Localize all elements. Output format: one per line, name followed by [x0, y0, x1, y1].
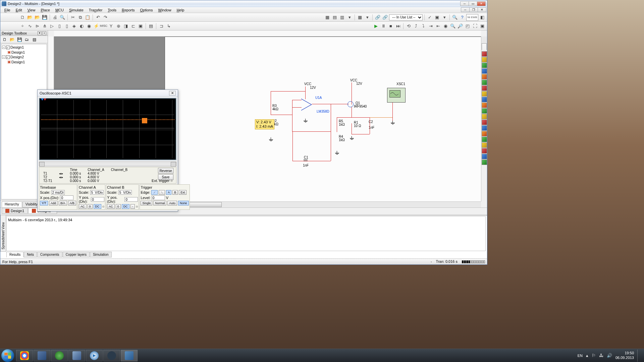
trans-icon[interactable]: ⋔ [41, 23, 48, 29]
sheet1-icon[interactable]: ▾ [364, 14, 371, 21]
open-icon[interactable]: 📂 [26, 14, 33, 21]
tray-date[interactable]: 06.09.2013 [615, 356, 634, 360]
pal-icon[interactable] [482, 142, 487, 148]
nicon-icon[interactable]: ◨ [122, 23, 129, 29]
tree-design1-root[interactable]: − Design1 [2, 45, 46, 50]
save-icon[interactable]: 💾 [41, 14, 48, 21]
osc-edge-rise[interactable]: ⟋ [151, 190, 158, 195]
task-multisim[interactable] [121, 350, 138, 361]
tree-design2-root[interactable]: − Design2 [2, 55, 46, 59]
cmos-icon[interactable]: ▯ [63, 23, 70, 29]
misc2-icon[interactable]: MISC [100, 23, 107, 29]
hier-icon[interactable]: ▤ [148, 23, 154, 29]
pal-icon[interactable] [482, 154, 487, 159]
opamp-icon[interactable] [301, 99, 312, 111]
tb-ren-icon[interactable]: 🗂 [24, 37, 30, 43]
osc-trig-b[interactable]: B [172, 190, 178, 195]
help-icon[interactable]: ? [459, 14, 466, 21]
ind-icon[interactable]: ◉ [86, 23, 92, 29]
pal-icon[interactable] [482, 131, 487, 136]
doc-tab-1[interactable]: Design1 [2, 208, 28, 214]
mdi-restore[interactable]: ❐ [469, 7, 478, 12]
osc-cha-ypos[interactable] [91, 197, 104, 202]
console-output[interactable]: Multisim - 6 сентября 2013 г., 19:49:34 [6, 216, 486, 251]
osc-chb-dc[interactable]: DC [122, 204, 129, 209]
task-steam[interactable] [103, 350, 120, 361]
int4-icon[interactable]: ⇥ [427, 23, 434, 29]
pal-icon[interactable] [482, 125, 487, 131]
osc-yt-button[interactable]: Y/T [40, 201, 48, 205]
find-icon[interactable]: 🔍 [451, 14, 458, 21]
run-icon[interactable]: ▶ [373, 23, 379, 29]
ctab-simulation[interactable]: Simulation [90, 252, 112, 257]
menu-file[interactable]: File [2, 7, 13, 13]
osc-close-button[interactable]: ✕ [169, 91, 176, 96]
rf-icon[interactable]: Y [108, 23, 114, 29]
show-desktop[interactable] [637, 350, 640, 362]
openex-icon[interactable]: 📂 [34, 14, 41, 21]
ctab-nets[interactable]: Nets [24, 252, 37, 257]
zoomarea-icon[interactable]: ◰ [464, 23, 471, 29]
osc-timebase-scale[interactable] [51, 190, 65, 195]
copy-icon[interactable]: ⧉ [77, 14, 84, 21]
link-icon[interactable]: 🔗 [374, 14, 381, 21]
menu-tools[interactable]: Tools [105, 7, 119, 13]
int3-icon[interactable]: ⤵ [420, 23, 427, 29]
tb-new-icon[interactable]: 🗋 [2, 37, 8, 43]
oscilloscope-window[interactable]: Oscilloscope-XSC1 ✕ TimeChannel_AChannel… [37, 89, 178, 212]
undo-icon[interactable]: ↶ [95, 14, 101, 21]
pal-icon[interactable] [482, 114, 487, 119]
pal-icon[interactable] [482, 160, 487, 165]
flag-icon[interactable]: ⚐ [592, 353, 596, 358]
pal-icon[interactable] [482, 91, 487, 97]
task-torrent[interactable] [51, 350, 68, 361]
menu-place[interactable]: Place [38, 7, 53, 13]
mosfet-icon[interactable] [347, 101, 354, 107]
osc-chb-ac[interactable]: AC [107, 204, 115, 209]
cut-icon[interactable]: ✂ [69, 14, 76, 21]
pal-icon[interactable] [482, 148, 487, 154]
osc-scroll[interactable] [39, 162, 176, 166]
osc-ab-button[interactable]: A/B [68, 201, 76, 205]
view1-icon[interactable]: ▦ [324, 14, 331, 21]
ctab-copper[interactable]: Copper layers [63, 252, 90, 257]
back-icon[interactable]: ▾ [441, 14, 448, 21]
osc-none[interactable]: None [178, 201, 189, 205]
src-icon[interactable]: ÷ [19, 23, 26, 29]
tb-del-icon[interactable]: ▤ [31, 37, 37, 43]
pal-icon[interactable] [482, 137, 487, 142]
menu-edit[interactable]: Edit [13, 7, 25, 13]
pal-icon[interactable] [482, 51, 487, 57]
osc-auto[interactable]: Auto [167, 201, 177, 205]
tray-up-icon[interactable]: ▴ [586, 353, 588, 358]
mdi-close[interactable]: ✕ [478, 7, 486, 12]
view3-icon[interactable]: ▥ [339, 14, 345, 21]
tray-lang[interactable]: EN [578, 354, 583, 358]
osc-chb-0[interactable]: 0 [116, 204, 121, 209]
zoomin-icon[interactable]: 🔍 [449, 23, 456, 29]
stop-icon[interactable]: ■ [387, 23, 394, 29]
diode-icon[interactable]: ⊳ [34, 23, 41, 29]
task-chrome[interactable] [16, 350, 33, 361]
spreadsheet-tab[interactable]: Spreadsheet View [0, 215, 6, 252]
pal-icon[interactable] [482, 85, 487, 91]
menu-help[interactable]: Help [174, 7, 187, 13]
zoomfit-icon[interactable]: ⛶ [472, 23, 478, 29]
osc-reverse-button[interactable]: Reverse [158, 168, 173, 174]
start-button[interactable] [1, 349, 14, 362]
link2-icon[interactable]: 🔗 [382, 14, 388, 21]
ctab-components[interactable]: Components [37, 252, 62, 257]
int6-icon[interactable]: ◉ [442, 23, 449, 29]
menu-options[interactable]: Options [138, 7, 156, 13]
osc-cha-scale[interactable] [90, 190, 104, 195]
basic-icon[interactable]: ∿ [26, 23, 33, 29]
task-vbox[interactable] [34, 350, 50, 361]
tray-time[interactable]: 19:50 [625, 351, 634, 355]
toolbox-close-icon[interactable]: × [42, 31, 46, 35]
analog-icon[interactable]: ▷ [49, 23, 55, 29]
tb-open-icon[interactable]: 📂 [9, 37, 15, 43]
print-icon[interactable]: 🖨 [52, 14, 58, 21]
mcu2-icon[interactable]: ▣ [137, 23, 144, 29]
zoomout-icon[interactable]: 🔎 [457, 23, 464, 29]
pal-icon[interactable] [482, 80, 487, 85]
